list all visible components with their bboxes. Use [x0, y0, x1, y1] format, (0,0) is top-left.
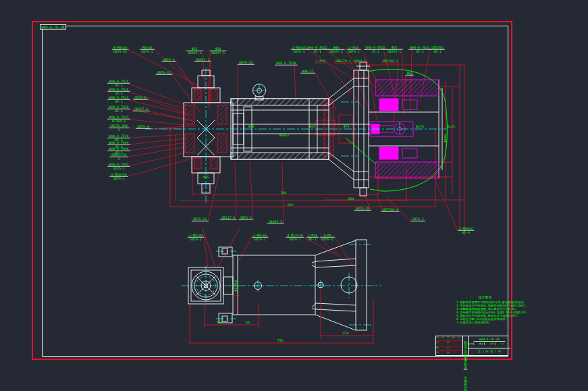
part-callout: GB5782-1 — [381, 59, 400, 63]
part-callout: GB70-3 — [410, 217, 425, 221]
dimension-text: 500 — [348, 197, 354, 201]
dimension-text: Φ95 — [203, 176, 209, 179]
cad-canvas[interactable]: WH4-0-70-2B — [0, 0, 588, 391]
sheet-info: 共 1 张 第 1 张 — [475, 350, 504, 355]
leader-line — [435, 181, 458, 231]
dimension-text: 660 — [288, 203, 294, 207]
part-callout: Φ55GB276-1 — [386, 46, 402, 53]
part-callout: WH4-0-701245-1 — [107, 105, 130, 112]
part-callout: GB70-8 — [161, 58, 176, 62]
leader-line — [250, 162, 253, 220]
part-callout: GB70-4 — [136, 125, 150, 129]
title-block-meta-cell: 阶段标记 — [469, 342, 474, 345]
title-block-meta-cell: 1:2 — [500, 342, 505, 345]
part-callout: GB70-16 — [238, 61, 254, 65]
dimension-text: 136 — [217, 321, 223, 324]
part-callout: WH4-0-701545-1 — [107, 80, 130, 86]
part-callout: GB70-16 — [192, 217, 208, 221]
part-callout: 4-M12×30GB70-1 — [286, 234, 304, 240]
title-block-cell: 标准化 — [436, 351, 439, 353]
title-block-cell: 审核 — [436, 346, 439, 348]
leader-line — [294, 66, 296, 99]
title-block-cell: 标记 — [436, 336, 439, 338]
part-callout: WH4-0-702235-1 — [364, 46, 387, 53]
part-callout: WH4-0-7007Q235-1 — [107, 163, 130, 170]
part-callout: 2-M10GB70-1 — [346, 46, 360, 53]
drawing-geometry — [0, 0, 588, 391]
part-callout: GB70-2 — [238, 216, 252, 220]
title-block-revision-table: 标记处数更改文件号签字日期设计校对审核工艺标准化批准 — [436, 336, 463, 355]
dimension-lines-bottom — [190, 290, 373, 346]
part-callout: GB70-10 — [354, 207, 371, 211]
part-callout: Φ25GB301-1 — [186, 47, 203, 54]
title-block-cell — [442, 341, 444, 343]
leader-line — [127, 147, 187, 157]
part-callout: WH4-0-702345-1 — [408, 46, 431, 53]
part-callout: GB117-2 — [133, 107, 149, 111]
part-callout: 1-M64×245-4 — [458, 227, 474, 234]
part-callout: Φ30GB297-1 — [210, 47, 226, 54]
leader-line — [127, 134, 185, 138]
part-callout: WH4-0-701435-1 — [107, 88, 130, 95]
leader-line — [127, 152, 188, 167]
part-callout: Φ62 — [406, 72, 414, 76]
part-callout: GB70-12 — [156, 71, 172, 75]
leader-line — [235, 162, 236, 220]
note-line: 7.外露非加工表面涂灰漆。 — [456, 321, 516, 324]
title-block-cell — [458, 351, 460, 353]
leader-line — [151, 126, 198, 129]
dimension-text: Φ70 — [344, 125, 350, 128]
part-callout: GB93-1 — [352, 59, 367, 63]
dimension-text: Φ130h6 — [234, 280, 238, 291]
title-block-cell — [452, 341, 455, 343]
dimension-text: 380 — [281, 191, 287, 194]
title-block: 标记处数更改文件号签字日期设计校对审核工艺标准化批准 4L型半自动 专用机床 主… — [435, 336, 508, 356]
title-block-cell — [458, 346, 460, 348]
part-callout: Φ40GB297-1 — [328, 46, 344, 53]
title-block-meta-cell: 重量 — [479, 342, 485, 345]
leader-line — [127, 120, 184, 126]
dimension-text: 60 — [246, 321, 250, 324]
dimension-text: 735 — [277, 339, 284, 342]
part-callout: 1-M10×30GB70-1 — [109, 173, 128, 180]
drawing-number: WH4-0-70-2B — [474, 337, 505, 342]
title-block-cell — [442, 351, 444, 353]
part-callout: GB70-6 — [133, 96, 147, 100]
title-block-cell: 日期 — [458, 336, 460, 338]
part-callout: 2-M6×16GB70-1 — [252, 234, 268, 240]
part-callout: GB893-801 — [109, 153, 128, 160]
dimension-text: Φ65 — [310, 125, 316, 128]
part-callout: 4-M8×20GB70-85 — [112, 46, 128, 53]
product-name: 4L型半自动 专用机床 — [464, 340, 468, 370]
drawing-title: 主轴部件 装配图 — [464, 376, 468, 391]
part-callout: GB893-2 — [267, 220, 284, 224]
leader-line — [238, 238, 252, 263]
leader-line — [325, 50, 367, 80]
part-callout: WH4-0-702145-1 — [306, 46, 329, 53]
bottom-view-geometry — [188, 240, 367, 330]
title-block-cell — [458, 341, 460, 343]
part-callout: GB893-1 — [194, 58, 211, 62]
dimension-text: 274 — [343, 332, 349, 335]
part-callout: 1-M30 — [315, 59, 327, 63]
title-block-cell: 批准 — [447, 351, 450, 353]
part-callout: WH4-0-7011HT200-1 — [107, 115, 130, 122]
technical-notes: 技术要求 1.装配前所有零件用煤油清洗干净,配合面涂润滑油;2.滚动轴承用汽油清… — [456, 296, 516, 324]
part-callout: WH4-17 — [300, 70, 315, 74]
part-callout: GB6170-1 — [333, 59, 352, 63]
dimension-text: M64×2 — [279, 134, 289, 137]
dimension-text: Φ60 — [248, 125, 255, 128]
part-callout: WH4-0-701345-1 — [107, 96, 130, 103]
part-callout: 1-M16Φ5-1 — [306, 234, 319, 240]
leader-line — [351, 63, 371, 115]
title-block-cell: 设计 — [436, 341, 439, 343]
part-callout: 2-M8×25GB70-1 — [291, 46, 307, 53]
leader-line — [127, 159, 191, 177]
title-block-meta-cell: 比例 — [490, 342, 496, 345]
title-block-cell — [452, 351, 455, 353]
part-callout: GB5780-4 — [381, 208, 400, 212]
title-block-cell: 更改文件号 — [447, 336, 450, 338]
dimension-text: Φ170 — [416, 125, 424, 128]
part-callout: 4-M8GB70-1 — [320, 234, 334, 240]
title-block-cell: 工艺 — [447, 346, 450, 348]
